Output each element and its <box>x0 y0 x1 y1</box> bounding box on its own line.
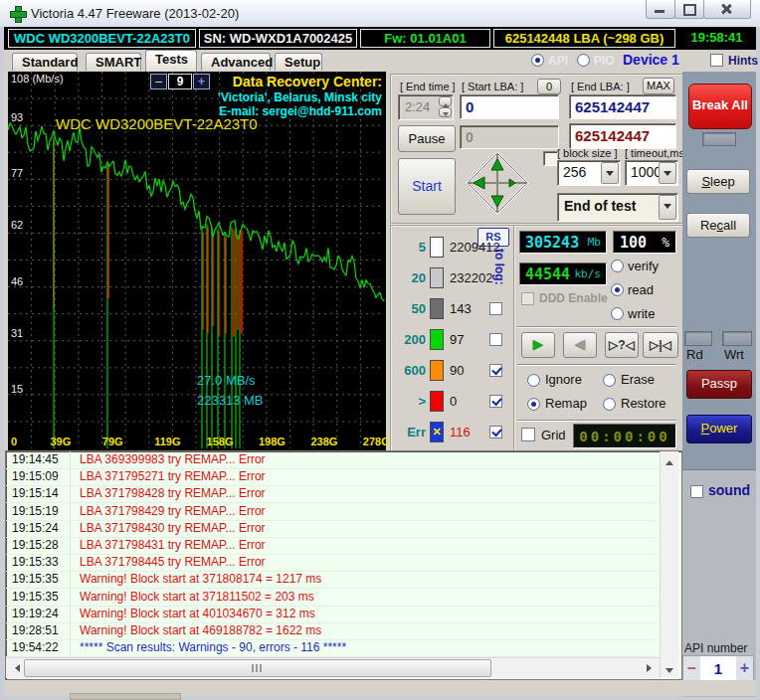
end-lba-label: [ End LBA: ] <box>571 81 630 92</box>
tab-tests[interactable]: Tests <box>145 50 197 72</box>
tab-advanced[interactable]: Advanced <box>201 53 271 71</box>
log-hscrollbar[interactable] <box>6 657 660 678</box>
maximize-button[interactable] <box>674 0 704 19</box>
sleep-button[interactable]: Sleep <box>686 169 750 194</box>
maximize-icon <box>683 4 696 16</box>
start-lba-zero-button[interactable]: 0 <box>537 79 561 94</box>
grid-checkbox[interactable] <box>521 428 535 441</box>
api-radio[interactable] <box>531 54 544 67</box>
play-button[interactable]: ► <box>521 332 555 358</box>
y-axis-label-77: 77 <box>11 167 23 179</box>
end-time-spinner[interactable]: 2:24 <box>398 94 454 120</box>
drive-serial: SN: WD-WXD1A7002425 <box>199 29 357 48</box>
verify-radio[interactable] <box>611 260 624 272</box>
log-message: LBA 371798428 try REMAP... Error <box>80 485 266 501</box>
log-row[interactable]: 19:15:35Warning! Block start at 37181150… <box>6 589 658 607</box>
break-all-button[interactable]: Break All <box>688 84 752 129</box>
tab-smart[interactable]: SMART <box>86 53 141 71</box>
log-list[interactable]: 19:14:45LBA 369399983 try REMAP... Error… <box>6 451 660 657</box>
tab-bar: StandardSMARTTestsAdvancedSetup API PIO … <box>4 50 756 72</box>
end-action-dropdown-arrow[interactable] <box>659 195 676 220</box>
erase-label: Erase <box>621 372 655 387</box>
latency-log-checkbox-600[interactable] <box>489 364 502 377</box>
dpad-checkbox[interactable] <box>543 151 558 166</box>
tab-setup[interactable]: Setup <box>275 53 322 71</box>
end-lba-input[interactable]: 625142447 <box>569 94 676 119</box>
window-right-border <box>756 27 760 700</box>
power-button[interactable]: Power <box>686 415 752 443</box>
timeout-dropdown-arrow[interactable] <box>659 162 676 184</box>
start-button[interactable]: Start <box>398 158 456 215</box>
recall-button[interactable]: Recall <box>686 213 750 238</box>
log-hscroll-thumb[interactable] <box>24 659 491 677</box>
remap-radio[interactable] <box>527 398 540 411</box>
log-vscroll-down-button[interactable] <box>661 661 678 677</box>
x-axis-label-79G: 79G <box>102 436 123 447</box>
latency-log-checkbox-50[interactable] <box>489 302 502 315</box>
api-number-plus[interactable]: + <box>736 656 753 682</box>
current-lba-display: 0 <box>460 125 559 149</box>
test-controls-panel: [ End time ] [ Start LBA: ] 0 [ End LBA:… <box>390 74 684 225</box>
pio-radio[interactable] <box>577 54 590 67</box>
start-lba-input[interactable]: 0 <box>460 94 559 119</box>
latency-log-checkbox->[interactable] <box>489 395 502 408</box>
log-row[interactable]: 19:15:24LBA 371798430 try REMAP... Error <box>6 520 658 538</box>
log-row[interactable]: 19:15:28LBA 371798431 try REMAP... Error <box>6 537 658 555</box>
log-hscroll-right-button[interactable] <box>641 658 658 678</box>
speed-value: 44544 <box>525 265 570 283</box>
graph-zoom-out-button[interactable]: – <box>150 74 167 89</box>
log-row[interactable]: 19:19:24Warning! Block start at 40103467… <box>6 606 658 623</box>
step-back-button[interactable]: ◄ <box>563 332 597 358</box>
end-action-dropdown[interactable]: End of test <box>557 193 678 222</box>
latency-swatch-5 <box>430 237 444 258</box>
log-row[interactable]: 19:15:35Warning! Block start at 37180817… <box>6 571 658 589</box>
log-vscrollbar[interactable] <box>660 451 678 677</box>
block-size-dropdown-arrow[interactable] <box>601 162 619 184</box>
minimize-button[interactable] <box>646 0 675 19</box>
graph-zoom-in-button[interactable]: + <box>193 74 210 89</box>
skip-question-button[interactable]: ▷?◁ <box>605 332 639 358</box>
log-hscroll-left-button[interactable] <box>6 658 23 678</box>
dpad-up-button[interactable] <box>468 153 527 213</box>
end-time-down-arrow[interactable] <box>439 107 452 117</box>
latency-log-checkbox-200[interactable] <box>489 333 502 346</box>
latency-swatch-20 <box>430 267 444 288</box>
restore-radio[interactable] <box>603 398 616 411</box>
tab-standard[interactable]: Standard <box>12 53 78 71</box>
hints-checkbox[interactable] <box>710 54 723 67</box>
scan-speed-graph: 937762463115 039G79G119G158G198G238G278G… <box>8 72 386 450</box>
log-time: 19:15:35 <box>12 589 67 605</box>
read-radio[interactable] <box>611 283 624 296</box>
log-vscroll-up-button[interactable] <box>661 451 678 467</box>
victoria-window: Victoria 4.47 Freeware (2013-02-20) WDC … <box>0 0 760 700</box>
sound-checkbox[interactable] <box>690 485 703 498</box>
elapsed-timer-lcd: 00:00:00 <box>573 424 676 448</box>
block-size-dropdown[interactable]: 256 <box>557 160 621 186</box>
log-row[interactable]: 19:15:19LBA 371798429 try REMAP... Error <box>6 503 658 521</box>
latency-log-checkbox-Err[interactable] <box>489 426 502 438</box>
log-row[interactable]: 19:54:22***** Scan results: Warnings - 9… <box>6 639 658 657</box>
log-row[interactable]: 19:28:51Warning! Block start at 46918878… <box>6 622 658 640</box>
passp-button[interactable]: Passp <box>686 370 752 399</box>
skip-end-button[interactable]: ▷|◁ <box>643 332 678 358</box>
log-row[interactable]: 19:14:45LBA 369399983 try REMAP... Error <box>6 451 658 469</box>
title-bar[interactable]: Victoria 4.47 Freeware (2013-02-20) <box>0 0 760 28</box>
pause-button[interactable]: Pause <box>398 125 456 152</box>
grid-label: Grid <box>541 428 566 442</box>
log-row[interactable]: 19:15:14LBA 371798428 try REMAP... Error <box>6 485 658 503</box>
erase-radio[interactable] <box>603 374 616 387</box>
elapsed-timer-value: 00:00:00 <box>579 429 669 444</box>
close-button[interactable] <box>703 0 751 19</box>
log-row[interactable]: 19:15:33LBA 371798445 try REMAP... Error <box>6 554 658 572</box>
end-time-up-arrow[interactable] <box>439 96 452 106</box>
api-number-minus[interactable]: – <box>683 656 700 682</box>
log-row[interactable]: 19:15:09LBA 371795271 try REMAP... Error <box>6 468 658 486</box>
log-panel: 19:14:45LBA 369399983 try REMAP... Error… <box>5 450 682 680</box>
ddd-enable-checkbox[interactable] <box>521 292 534 305</box>
write-radio[interactable] <box>611 307 624 320</box>
end-lba-max-button[interactable]: MAX <box>643 78 674 94</box>
ignore-radio[interactable] <box>527 374 540 387</box>
timeout-dropdown[interactable]: 1000 <box>625 160 678 186</box>
log-time: 19:19:24 <box>12 606 67 621</box>
status-strip <box>4 680 756 696</box>
